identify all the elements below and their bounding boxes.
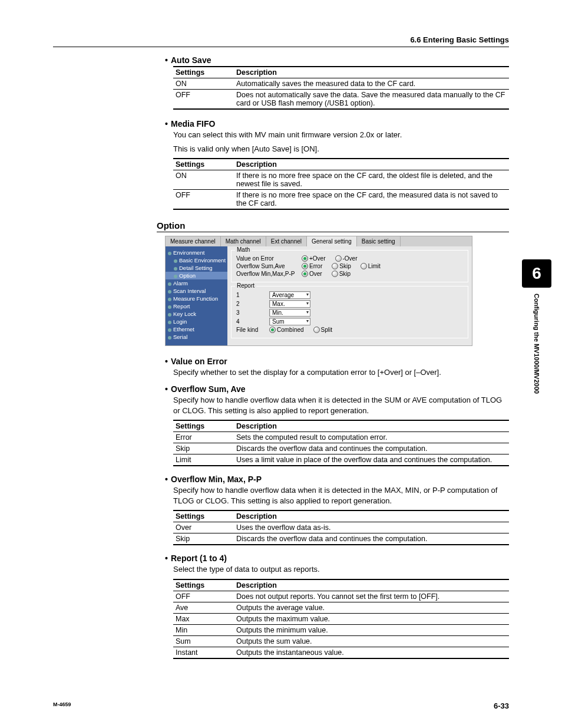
- overflow-sum-heading: •Overflow Sum, Ave: [165, 384, 509, 394]
- radio-error[interactable]: Error: [302, 263, 322, 269]
- table-row: ErrorSets the computed result to computa…: [173, 431, 509, 443]
- chapter-tab: 6 Configuring the MV1000/MV2000: [522, 259, 551, 394]
- report-select-3[interactable]: Min.: [269, 309, 310, 317]
- math-group: Math Value on Error +Over -Over Overflow…: [231, 250, 468, 282]
- radio-skip2[interactable]: Skip: [332, 271, 351, 277]
- table-row: SkipDiscards the overflow data and conti…: [173, 533, 509, 545]
- radio-limit[interactable]: Limit: [361, 263, 381, 269]
- footer-page-number: 6-33: [494, 701, 509, 710]
- radio-minus-over[interactable]: -Over: [335, 255, 358, 262]
- radio-combined[interactable]: Combined: [269, 327, 304, 333]
- tab-math-channel[interactable]: Math channel: [221, 236, 266, 246]
- value-on-error-heading: •Value on Error: [165, 357, 509, 366]
- report-select-4[interactable]: Sum: [269, 318, 310, 325]
- report-table: SettingsDescription OFFDoes not output r…: [173, 579, 509, 659]
- tab-measure-channel[interactable]: Measure channel: [166, 236, 221, 246]
- radio-over[interactable]: Over: [302, 271, 322, 277]
- footer-doc-id: M-4659: [53, 701, 71, 710]
- radio-skip[interactable]: Skip: [332, 263, 351, 269]
- sidebar-item-report[interactable]: Report: [166, 302, 227, 310]
- sidebar-item-detail-setting[interactable]: Detail Setting: [166, 264, 227, 272]
- tab-basic-setting[interactable]: Basic setting: [357, 236, 401, 246]
- report-group: Report 1Average 2Max. 3Min. 4Sum File ki…: [231, 286, 468, 338]
- table-row: OFFDoes not output reports. You cannot s…: [173, 591, 509, 602]
- table-row: OverUses the overflow data as-is.: [173, 522, 509, 533]
- autosave-table: SettingsDescription ONAutomatically save…: [173, 66, 509, 110]
- table-row: OFFDoes not automatically save the data.…: [173, 90, 509, 110]
- table-row: MinOutputs the minimum value.: [173, 624, 509, 635]
- value-on-error-text: Specify whether to set the display for a…: [173, 367, 509, 378]
- sidebar-item-login[interactable]: Login: [166, 318, 227, 325]
- page-header: 6.6 Entering Basic Settings: [53, 35, 509, 47]
- table-row: AveOutputs the average value.: [173, 602, 509, 613]
- sidebar-item-alarm[interactable]: Alarm: [166, 279, 227, 287]
- table-row: MaxOutputs the maximum value.: [173, 613, 509, 624]
- table-row: ONAutomatically saves the measured data …: [173, 78, 509, 90]
- sidebar-item-environment[interactable]: Environment: [166, 249, 227, 256]
- overflow-min-text: Specify how to handle overflow data when…: [173, 485, 509, 506]
- sidebar-item-measure-function[interactable]: Measure Function: [166, 295, 227, 302]
- sidebar: Environment Basic Environment Detail Set…: [166, 246, 227, 345]
- option-screenshot: Measure channel Math channel Ext channel…: [165, 236, 472, 346]
- sidebar-item-option[interactable]: Option: [166, 272, 227, 279]
- overflow-sum-label: Overflow Sum,Ave: [236, 263, 298, 269]
- report-text: Select the type of data to output as rep…: [173, 564, 509, 575]
- tab-ext-channel[interactable]: Ext channel: [266, 236, 307, 246]
- sidebar-item-basic-environment[interactable]: Basic Environment: [166, 256, 227, 264]
- table-row: SumOutputs the sum value.: [173, 635, 509, 647]
- sidebar-item-ethernet[interactable]: Ethernet: [166, 325, 227, 333]
- mediafifo-text2: This is valid only when [Auto Save] is […: [173, 144, 509, 154]
- mediafifo-text1: You can select this with MV main unit fi…: [173, 130, 509, 140]
- overflow-min-table: SettingsDescription OverUses the overflo…: [173, 510, 509, 545]
- file-kind-label: File kind: [236, 327, 266, 333]
- chapter-number: 6: [522, 259, 551, 288]
- table-row: OFFIf there is no more free space on the…: [173, 190, 509, 210]
- autosave-heading: •Auto Save: [165, 55, 509, 65]
- overflow-min-label: Overflow Min,Max,P-P: [236, 271, 298, 277]
- sidebar-item-serial[interactable]: Serial: [166, 333, 227, 341]
- report-select-1[interactable]: Average: [269, 291, 310, 299]
- option-heading: Option: [157, 220, 509, 232]
- sidebar-item-scan-interval[interactable]: Scan Interval: [166, 287, 227, 295]
- overflow-sum-text: Specify how to handle overflow data when…: [173, 395, 509, 416]
- report-select-2[interactable]: Max.: [269, 300, 310, 308]
- table-row: LimitUses a limit value in place of the …: [173, 454, 509, 466]
- radio-plus-over[interactable]: +Over: [302, 255, 326, 262]
- overflow-min-heading: •Overflow Min, Max, P-P: [165, 475, 509, 484]
- report-heading: •Report (1 to 4): [165, 554, 509, 563]
- chapter-title: Configuring the MV1000/MV2000: [533, 294, 540, 394]
- mediafifo-table: SettingsDescription ONIf there is no mor…: [173, 158, 509, 210]
- table-row: SkipDiscards the overflow data and conti…: [173, 443, 509, 454]
- radio-split[interactable]: Split: [313, 327, 332, 333]
- mediafifo-heading: •Media FIFO: [165, 119, 509, 129]
- sidebar-item-key-lock[interactable]: Key Lock: [166, 310, 227, 318]
- value-on-error-label: Value on Error: [236, 255, 298, 262]
- table-row: InstantOutputs the instantaneous value.: [173, 647, 509, 658]
- tab-general-setting[interactable]: General setting: [307, 236, 357, 246]
- table-row: ONIf there is no more free space on the …: [173, 170, 509, 190]
- overflow-sum-table: SettingsDescription ErrorSets the comput…: [173, 420, 509, 466]
